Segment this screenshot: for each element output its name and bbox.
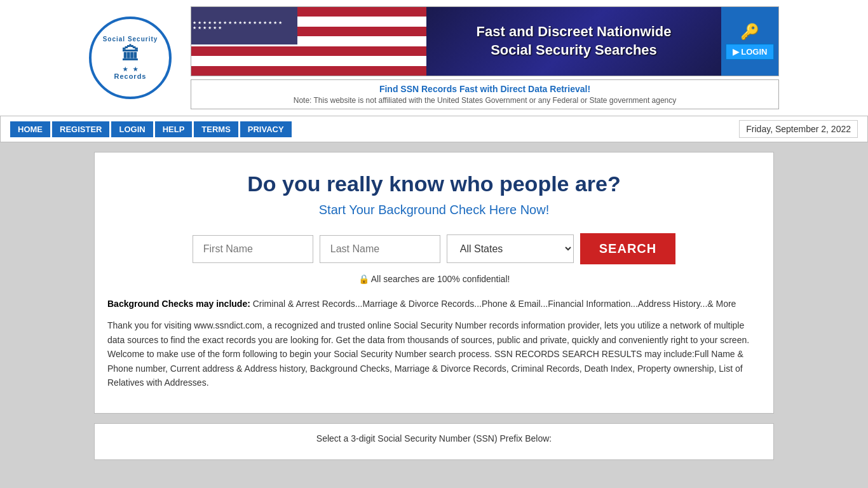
nav-help-button[interactable]: HELP <box>155 121 193 137</box>
banner-subtext: Find SSN Records Fast with Direct Data R… <box>195 84 775 94</box>
ssn-card: Select a 3-digit Social Security Number … <box>94 423 774 460</box>
nav-privacy-button[interactable]: PRIVACY <box>240 121 292 137</box>
banner-top: ★ ★ ★ ★ ★ ★ ★ ★ ★ ★ ★ ★ ★ ★ ★ ★ ★ ★ ★ ★ … <box>191 6 779 76</box>
ssn-card-title: Select a 3-digit Social Security Number … <box>107 433 761 444</box>
nav-login-button[interactable]: LOGIN <box>111 121 153 137</box>
nav-home-button[interactable]: HOME <box>10 121 50 137</box>
lock-key-icon: 🔑 <box>740 23 759 41</box>
logo-container: Social Security 🏛 ★ ★ Records <box>89 17 172 99</box>
search-form: All StatesAlabamaAlaskaArizonaArkansasCa… <box>107 233 761 264</box>
last-name-input[interactable] <box>320 235 440 263</box>
search-button[interactable]: SEARCH <box>580 233 675 264</box>
search-card: Do you really know who people are? Start… <box>94 152 774 414</box>
main-content: Do you really know who people are? Start… <box>88 152 780 460</box>
logo-inner: Social Security 🏛 ★ ★ Records <box>103 36 158 80</box>
banner-text-area: Fast and Discreet Nationwide Social Secu… <box>426 7 721 76</box>
nav-terms-button[interactable]: TERMS <box>194 121 238 137</box>
description-para1: Background Checks may include: Criminal … <box>107 297 761 311</box>
banner-bottom: Find SSN Records Fast with Direct Data R… <box>191 79 779 109</box>
logo-top-text: Social Security <box>103 36 158 43</box>
nav-date: Friday, September 2, 2022 <box>739 120 858 138</box>
description-text: Criminal & Arrest Records...Marriage & D… <box>250 299 736 309</box>
header-login-button[interactable]: ▶ LOGIN <box>726 44 775 60</box>
state-select[interactable]: All StatesAlabamaAlaskaArizonaArkansasCa… <box>447 234 574 263</box>
logo-stars: ★ ★ <box>123 66 138 72</box>
page-sub-headline: Start Your Background Check Here Now! <box>107 203 761 217</box>
banner-area: ★ ★ ★ ★ ★ ★ ★ ★ ★ ★ ★ ★ ★ ★ ★ ★ ★ ★ ★ ★ … <box>191 6 779 109</box>
first-name-input[interactable] <box>193 235 313 263</box>
nav-buttons: HOME REGISTER LOGIN HELP TERMS PRIVACY <box>10 121 292 137</box>
site-logo: Social Security 🏛 ★ ★ Records <box>89 17 172 99</box>
logo-bottom-text: Records <box>114 72 146 80</box>
banner-login-area: 🔑 ▶ LOGIN <box>721 7 778 76</box>
nav-register-button[interactable]: REGISTER <box>52 121 109 137</box>
banner-disclaimer: Note: This website is not affiliated wit… <box>195 96 775 105</box>
page-headline: Do you really know who people are? <box>107 172 761 196</box>
nav-bar: HOME REGISTER LOGIN HELP TERMS PRIVACY F… <box>0 116 868 142</box>
description-section: Background Checks may include: Criminal … <box>107 297 761 390</box>
description-para2: Thank you for visiting www.ssndict.com, … <box>107 318 761 390</box>
page-wrapper: Social Security 🏛 ★ ★ Records ★ ★ ★ ★ ★ … <box>0 0 868 488</box>
logo-building-icon: 🏛 <box>121 44 139 65</box>
confidential-text: All searches are 100% confidential! <box>371 274 510 284</box>
site-header: Social Security 🏛 ★ ★ Records ★ ★ ★ ★ ★ … <box>0 0 868 116</box>
banner-line2: Social Security Searches <box>491 42 657 58</box>
banner-flag: ★ ★ ★ ★ ★ ★ ★ ★ ★ ★ ★ ★ ★ ★ ★ ★ ★ ★ ★ ★ … <box>191 7 426 76</box>
banner-line1: Fast and Discreet Nationwide <box>477 24 672 39</box>
lock-icon: 🔒 <box>358 274 369 284</box>
confidential-line: 🔒 All searches are 100% confidential! <box>107 274 761 284</box>
description-bold: Background Checks may include: <box>107 299 250 309</box>
flag-stars: ★ ★ ★ ★ ★ ★ ★ ★ ★ ★ ★ ★ ★ ★ ★ ★ ★ ★ ★ ★ … <box>193 8 287 43</box>
banner-headline: Fast and Discreet Nationwide Social Secu… <box>477 23 672 59</box>
